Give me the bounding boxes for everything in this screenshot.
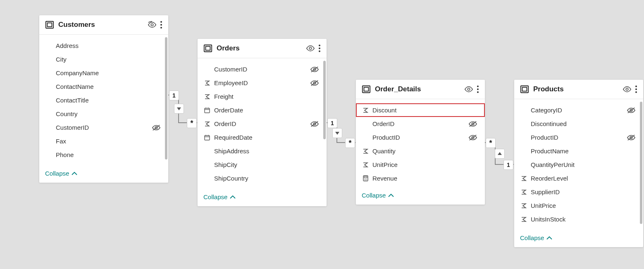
field-unitprice[interactable]: UnitPrice <box>514 199 643 212</box>
table-title: Order_Details <box>375 85 464 93</box>
field-unitprice[interactable]: UnitPrice <box>356 158 485 171</box>
table-order-details[interactable]: Order_Details Discount OrderID ProductID <box>356 80 485 205</box>
field-list: CustomerID EmployeeID Freight OrderDate <box>198 58 327 190</box>
sigma-icon <box>520 189 527 195</box>
field-orderid[interactable]: OrderID <box>198 117 327 131</box>
svg-point-45 <box>366 180 367 181</box>
collapse-button[interactable]: Collapse <box>198 190 327 206</box>
svg-rect-18 <box>205 108 210 113</box>
svg-point-10 <box>309 47 312 50</box>
chevron-up-icon <box>230 193 236 200</box>
field-supplierid[interactable]: SupplierID <box>514 185 643 199</box>
more-options-icon[interactable] <box>635 85 637 93</box>
svg-point-13 <box>319 50 320 52</box>
table-header[interactable]: Orders <box>198 39 327 58</box>
svg-point-42 <box>366 179 367 179</box>
cardinality-one: 1 <box>327 118 337 128</box>
field-requireddate[interactable]: RequiredDate <box>198 131 327 144</box>
more-options-icon[interactable] <box>477 85 479 93</box>
cardinality-one: 1 <box>503 160 513 170</box>
cardinality-many: * <box>345 138 355 148</box>
field-categoryid[interactable]: CategoryID <box>514 103 643 117</box>
scrollbar[interactable] <box>640 102 642 224</box>
svg-point-4 <box>160 24 162 26</box>
svg-point-33 <box>477 91 479 93</box>
more-options-icon[interactable] <box>160 21 162 29</box>
table-icon <box>203 44 212 53</box>
field-companyname[interactable]: CompanyName <box>39 66 168 80</box>
svg-point-43 <box>364 180 365 181</box>
collapse-button[interactable]: Collapse <box>39 167 168 183</box>
sigma-icon <box>520 176 527 181</box>
field-orderid[interactable]: OrderID <box>356 117 485 131</box>
filter-direction-icon <box>495 149 505 159</box>
svg-rect-24 <box>205 136 210 140</box>
field-shipaddress[interactable]: ShipAddress <box>198 144 327 158</box>
svg-point-48 <box>626 88 628 90</box>
collapse-button[interactable]: Collapse <box>514 231 643 247</box>
field-reorderlevel[interactable]: ReorderLevel <box>514 171 643 185</box>
field-contacttitle[interactable]: ContactTitle <box>39 93 168 107</box>
table-header[interactable]: Order_Details <box>356 80 485 99</box>
svg-point-49 <box>635 86 637 87</box>
svg-point-32 <box>477 88 479 90</box>
hidden-icon <box>152 124 161 131</box>
field-freight[interactable]: Freight <box>198 90 327 103</box>
sigma-icon <box>520 217 527 222</box>
field-customerid[interactable]: CustomerID <box>198 62 327 76</box>
field-discontinued[interactable]: Discontinued <box>514 117 643 131</box>
table-title: Orders <box>217 44 306 52</box>
sigma-icon <box>203 94 211 100</box>
field-contactname[interactable]: ContactName <box>39 80 168 93</box>
field-shipcountry[interactable]: ShipCountry <box>198 171 327 185</box>
table-products[interactable]: Products CategoryID Discontinued Product… <box>514 80 643 247</box>
field-revenue[interactable]: Revenue <box>356 171 485 185</box>
visibility-icon[interactable] <box>148 21 157 29</box>
field-city[interactable]: City <box>39 52 168 66</box>
visibility-icon[interactable] <box>623 86 632 93</box>
field-productname[interactable]: ProductName <box>514 144 643 158</box>
sigma-icon <box>362 107 369 113</box>
scrollbar[interactable] <box>165 37 167 159</box>
scrollbar[interactable] <box>323 61 326 139</box>
filter-direction-icon <box>332 128 342 138</box>
table-icon <box>520 85 529 94</box>
field-quantity[interactable]: Quantity <box>356 144 485 158</box>
visibility-icon[interactable] <box>464 86 473 93</box>
field-fax[interactable]: Fax <box>39 134 168 148</box>
field-country[interactable]: Country <box>39 107 168 121</box>
table-title: Customers <box>58 21 148 29</box>
chevron-up-icon <box>388 192 394 199</box>
field-unitsinstock[interactable]: UnitsInStock <box>514 212 643 226</box>
field-shipcity[interactable]: ShipCity <box>198 158 327 171</box>
more-options-icon[interactable] <box>318 44 321 52</box>
field-phone[interactable]: Phone <box>39 148 168 162</box>
sigma-icon <box>203 80 211 86</box>
field-orderdate[interactable]: OrderDate <box>198 103 327 117</box>
field-discount[interactable]: Discount <box>356 103 485 117</box>
table-header[interactable]: Products <box>514 80 643 99</box>
svg-point-40 <box>364 179 365 179</box>
field-employeeid[interactable]: EmployeeID <box>198 76 327 90</box>
table-icon <box>45 20 54 29</box>
field-productid[interactable]: ProductID <box>514 131 643 144</box>
field-productid[interactable]: ProductID <box>356 131 485 144</box>
visibility-icon[interactable] <box>306 45 315 52</box>
table-header[interactable]: Customers <box>39 15 168 35</box>
field-quantityperunit[interactable]: QuantityPerUnit <box>514 158 643 171</box>
table-customers[interactable]: Customers Address City CompanyName Conta… <box>39 15 168 183</box>
collapse-button[interactable]: Collapse <box>356 188 485 205</box>
svg-rect-1 <box>48 23 52 26</box>
svg-point-44 <box>365 180 366 181</box>
svg-rect-28 <box>363 86 370 93</box>
cardinality-many: * <box>187 118 197 128</box>
sigma-icon <box>362 162 369 168</box>
model-canvas[interactable]: 1 * 1 * * 1 Customers Address C <box>0 0 644 269</box>
cardinality-one: 1 <box>169 90 179 100</box>
sigma-icon <box>203 121 211 127</box>
field-address[interactable]: Address <box>39 39 168 52</box>
field-customerid[interactable]: CustomerID <box>39 121 168 134</box>
svg-rect-39 <box>364 176 367 178</box>
field-list: Discount OrderID ProductID Quantity <box>356 99 485 188</box>
table-orders[interactable]: Orders CustomerID EmployeeID <box>198 39 327 206</box>
